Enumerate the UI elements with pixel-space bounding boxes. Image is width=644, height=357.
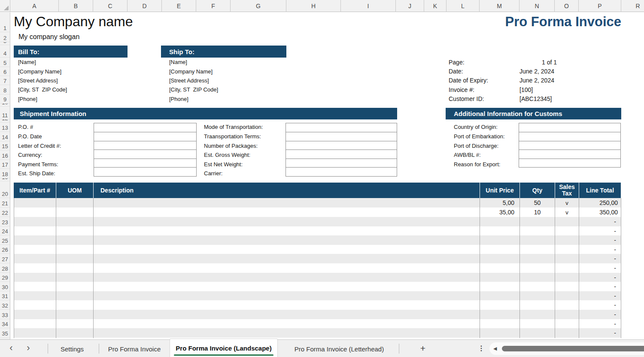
column-header-r[interactable]: R [621,0,644,12]
customs-input[interactable] [519,132,621,141]
column-header-d[interactable]: D [128,0,162,12]
column-header-p[interactable]: P [579,0,621,12]
row-header-26[interactable]: 26 [0,245,10,254]
column-header-l[interactable]: L [447,0,480,12]
shipment-right-input[interactable] [286,123,397,132]
row-header-12[interactable]: 12 [0,119,10,122]
sheet-canvas[interactable]: My Company name My company slogan Pro Fo… [11,12,644,339]
column-header-h[interactable]: H [286,0,341,12]
cell-line-total[interactable]: 350,00 [579,207,620,217]
row-header-7[interactable]: 7 [0,76,10,85]
cell-line-total[interactable]: - [579,291,620,300]
cell-line-total[interactable]: - [579,235,620,245]
row-header-2[interactable]: 2 [0,32,10,42]
row-header-33[interactable]: 33 [0,310,10,319]
shipment-left-input[interactable] [94,141,197,150]
cell-sales-tax[interactable]: v [555,207,579,217]
cell-qty[interactable]: 10 [520,207,555,217]
column-header-j[interactable]: J [396,0,424,12]
row-header-17[interactable]: 17 [0,160,10,169]
row-header-28[interactable]: 28 [0,263,10,273]
table-row[interactable] [14,291,621,300]
add-sheet-button[interactable]: + [415,340,431,357]
table-row[interactable] [14,273,621,282]
row-header-5[interactable]: 5 [0,58,10,67]
row-header-27[interactable]: 27 [0,254,10,263]
table-row[interactable] [14,319,621,328]
shipment-right-input[interactable] [286,132,397,141]
cell-line-total[interactable]: - [579,226,620,235]
cell-line-total[interactable]: - [579,328,620,338]
row-header-14[interactable]: 14 [0,132,10,141]
row-header-25[interactable]: 25 [0,235,10,245]
row-header-15[interactable]: 15 [0,141,10,150]
customs-input[interactable] [519,159,621,168]
row-header-10[interactable]: 10 [0,104,10,107]
row-header-32[interactable]: 32 [0,300,10,310]
row-header-18[interactable]: 18 [0,169,10,178]
column-header-b[interactable]: B [59,0,93,12]
row-header-6[interactable]: 6 [0,67,10,76]
cell-sales-tax[interactable]: v [555,198,579,207]
row-header-35[interactable]: 35 [0,328,10,338]
cell-line-total[interactable]: - [579,319,620,328]
scroll-left-icon[interactable]: ◀ [493,342,497,355]
table-row[interactable] [14,328,621,338]
column-header-m[interactable]: M [480,0,519,12]
table-row[interactable] [14,310,621,319]
cell-qty[interactable]: 50 [520,198,555,207]
shipment-right-input[interactable] [286,150,397,159]
cell-line-total[interactable]: - [579,273,620,282]
shipment-right-input[interactable] [286,159,397,168]
row-header-30[interactable]: 30 [0,282,10,291]
select-all-corner[interactable] [0,0,10,12]
customs-input[interactable] [519,123,621,132]
row-header-20[interactable]: 20 [0,181,10,198]
cell-line-total[interactable]: - [579,263,620,273]
cell-line-total[interactable]: 250,00 [579,198,620,207]
column-header-a[interactable]: A [10,0,59,12]
row-header-4[interactable]: 4 [0,45,10,58]
row-header-8[interactable]: 8 [0,85,10,95]
shipment-left-input[interactable] [94,123,197,132]
row-header-23[interactable]: 23 [0,217,10,226]
sheet-tab-pro-forma-invoice-letterhead-[interactable]: Pro Forma Invoice (Letterhead) [280,340,398,357]
sheet-tab-pro-forma-invoice[interactable]: Pro Forma Invoice [99,340,170,357]
table-row[interactable] [14,217,621,226]
horizontal-scrollbar[interactable]: ◀ [489,342,644,355]
shipment-right-input[interactable] [286,167,397,177]
customs-input[interactable] [519,141,621,150]
cell-line-total[interactable]: - [579,300,620,310]
row-header-3[interactable]: 3 [0,42,10,45]
shipment-left-input[interactable] [94,167,197,177]
cell-line-total[interactable]: - [579,217,620,226]
table-row[interactable] [14,282,621,291]
row-header-19[interactable]: 19 [0,178,10,181]
customs-input[interactable] [519,150,621,159]
row-header-31[interactable]: 31 [0,291,10,300]
tab-nav-left-icon[interactable]: ‹ [6,340,16,357]
row-header-9[interactable]: 9 [0,95,10,104]
column-header-i[interactable]: I [341,0,396,12]
cell-unit-price[interactable]: 35,00 [480,207,518,217]
column-header-e[interactable]: E [162,0,196,12]
table-row[interactable] [14,300,621,310]
shipment-left-input[interactable] [94,150,197,159]
row-header-22[interactable]: 22 [0,207,10,217]
cell-line-total[interactable]: - [579,282,620,291]
row-header-24[interactable]: 24 [0,226,10,235]
column-header-n[interactable]: N [519,0,555,12]
table-row[interactable] [14,254,621,263]
cell-line-total[interactable]: - [579,310,620,319]
column-header-k[interactable]: K [424,0,447,12]
row-header-11[interactable]: 11 [0,107,10,119]
table-row[interactable] [14,226,621,235]
column-header-f[interactable]: F [196,0,231,12]
cell-line-total[interactable]: - [579,254,620,263]
shipment-right-input[interactable] [286,141,397,150]
tab-nav-right-icon[interactable]: › [23,340,33,357]
row-header-1[interactable]: 1 [0,12,10,32]
row-header-34[interactable]: 34 [0,319,10,328]
cell-line-total[interactable]: - [579,245,620,254]
sheet-tab-pro-forma-invoice-landscape-[interactable]: Pro Forma Invoice (Landscape) [170,339,278,357]
